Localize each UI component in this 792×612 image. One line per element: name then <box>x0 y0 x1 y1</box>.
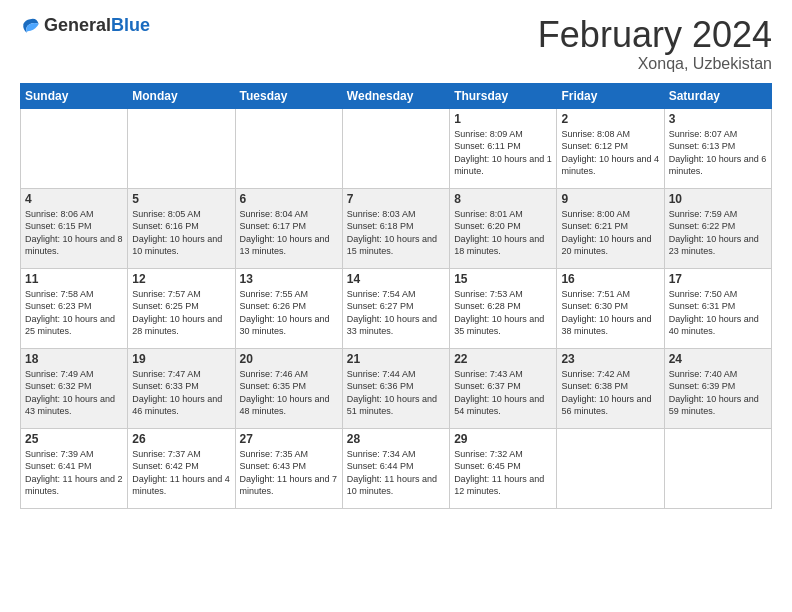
day-number: 16 <box>561 272 659 286</box>
table-row: 9Sunrise: 8:00 AM Sunset: 6:21 PM Daylig… <box>557 188 664 268</box>
col-wednesday: Wednesday <box>342 83 449 108</box>
day-number: 19 <box>132 352 230 366</box>
day-info: Sunrise: 7:53 AM Sunset: 6:28 PM Dayligh… <box>454 288 552 338</box>
day-info: Sunrise: 8:05 AM Sunset: 6:16 PM Dayligh… <box>132 208 230 258</box>
day-info: Sunrise: 7:57 AM Sunset: 6:25 PM Dayligh… <box>132 288 230 338</box>
table-row: 28Sunrise: 7:34 AM Sunset: 6:44 PM Dayli… <box>342 428 449 508</box>
day-info: Sunrise: 7:39 AM Sunset: 6:41 PM Dayligh… <box>25 448 123 498</box>
day-info: Sunrise: 8:03 AM Sunset: 6:18 PM Dayligh… <box>347 208 445 258</box>
table-row: 13Sunrise: 7:55 AM Sunset: 6:26 PM Dayli… <box>235 268 342 348</box>
table-row: 23Sunrise: 7:42 AM Sunset: 6:38 PM Dayli… <box>557 348 664 428</box>
day-info: Sunrise: 8:09 AM Sunset: 6:11 PM Dayligh… <box>454 128 552 178</box>
day-number: 4 <box>25 192 123 206</box>
day-info: Sunrise: 7:32 AM Sunset: 6:45 PM Dayligh… <box>454 448 552 498</box>
table-row: 24Sunrise: 7:40 AM Sunset: 6:39 PM Dayli… <box>664 348 771 428</box>
day-info: Sunrise: 7:37 AM Sunset: 6:42 PM Dayligh… <box>132 448 230 498</box>
day-number: 6 <box>240 192 338 206</box>
table-row: 20Sunrise: 7:46 AM Sunset: 6:35 PM Dayli… <box>235 348 342 428</box>
day-info: Sunrise: 8:04 AM Sunset: 6:17 PM Dayligh… <box>240 208 338 258</box>
logo-icon <box>20 16 40 36</box>
day-number: 1 <box>454 112 552 126</box>
day-info: Sunrise: 7:49 AM Sunset: 6:32 PM Dayligh… <box>25 368 123 418</box>
table-row: 6Sunrise: 8:04 AM Sunset: 6:17 PM Daylig… <box>235 188 342 268</box>
day-number: 2 <box>561 112 659 126</box>
day-info: Sunrise: 7:59 AM Sunset: 6:22 PM Dayligh… <box>669 208 767 258</box>
day-info: Sunrise: 8:08 AM Sunset: 6:12 PM Dayligh… <box>561 128 659 178</box>
day-number: 8 <box>454 192 552 206</box>
day-info: Sunrise: 8:00 AM Sunset: 6:21 PM Dayligh… <box>561 208 659 258</box>
table-row <box>342 108 449 188</box>
col-tuesday: Tuesday <box>235 83 342 108</box>
day-number: 21 <box>347 352 445 366</box>
page: GeneralBlue February 2024 Xonqa, Uzbekis… <box>0 0 792 519</box>
col-saturday: Saturday <box>664 83 771 108</box>
day-info: Sunrise: 7:54 AM Sunset: 6:27 PM Dayligh… <box>347 288 445 338</box>
day-info: Sunrise: 7:34 AM Sunset: 6:44 PM Dayligh… <box>347 448 445 498</box>
table-row: 26Sunrise: 7:37 AM Sunset: 6:42 PM Dayli… <box>128 428 235 508</box>
table-row <box>235 108 342 188</box>
calendar-table: Sunday Monday Tuesday Wednesday Thursday… <box>20 83 772 509</box>
logo: GeneralBlue <box>20 15 150 36</box>
day-info: Sunrise: 7:46 AM Sunset: 6:35 PM Dayligh… <box>240 368 338 418</box>
table-row: 17Sunrise: 7:50 AM Sunset: 6:31 PM Dayli… <box>664 268 771 348</box>
table-row: 7Sunrise: 8:03 AM Sunset: 6:18 PM Daylig… <box>342 188 449 268</box>
day-info: Sunrise: 7:51 AM Sunset: 6:30 PM Dayligh… <box>561 288 659 338</box>
header: GeneralBlue February 2024 Xonqa, Uzbekis… <box>20 15 772 73</box>
col-monday: Monday <box>128 83 235 108</box>
day-info: Sunrise: 7:47 AM Sunset: 6:33 PM Dayligh… <box>132 368 230 418</box>
day-info: Sunrise: 8:06 AM Sunset: 6:15 PM Dayligh… <box>25 208 123 258</box>
table-row: 3Sunrise: 8:07 AM Sunset: 6:13 PM Daylig… <box>664 108 771 188</box>
table-row: 1Sunrise: 8:09 AM Sunset: 6:11 PM Daylig… <box>450 108 557 188</box>
col-sunday: Sunday <box>21 83 128 108</box>
day-info: Sunrise: 7:50 AM Sunset: 6:31 PM Dayligh… <box>669 288 767 338</box>
table-row: 14Sunrise: 7:54 AM Sunset: 6:27 PM Dayli… <box>342 268 449 348</box>
day-number: 11 <box>25 272 123 286</box>
table-row <box>557 428 664 508</box>
logo-text-general: General <box>44 15 111 35</box>
calendar-week-row: 18Sunrise: 7:49 AM Sunset: 6:32 PM Dayli… <box>21 348 772 428</box>
day-info: Sunrise: 7:35 AM Sunset: 6:43 PM Dayligh… <box>240 448 338 498</box>
day-number: 15 <box>454 272 552 286</box>
day-number: 7 <box>347 192 445 206</box>
table-row <box>128 108 235 188</box>
calendar-week-row: 1Sunrise: 8:09 AM Sunset: 6:11 PM Daylig… <box>21 108 772 188</box>
table-row: 22Sunrise: 7:43 AM Sunset: 6:37 PM Dayli… <box>450 348 557 428</box>
day-info: Sunrise: 8:07 AM Sunset: 6:13 PM Dayligh… <box>669 128 767 178</box>
calendar-header-row: Sunday Monday Tuesday Wednesday Thursday… <box>21 83 772 108</box>
day-info: Sunrise: 7:55 AM Sunset: 6:26 PM Dayligh… <box>240 288 338 338</box>
calendar-week-row: 4Sunrise: 8:06 AM Sunset: 6:15 PM Daylig… <box>21 188 772 268</box>
table-row: 10Sunrise: 7:59 AM Sunset: 6:22 PM Dayli… <box>664 188 771 268</box>
table-row: 12Sunrise: 7:57 AM Sunset: 6:25 PM Dayli… <box>128 268 235 348</box>
day-number: 18 <box>25 352 123 366</box>
day-number: 10 <box>669 192 767 206</box>
table-row: 16Sunrise: 7:51 AM Sunset: 6:30 PM Dayli… <box>557 268 664 348</box>
day-info: Sunrise: 7:40 AM Sunset: 6:39 PM Dayligh… <box>669 368 767 418</box>
day-number: 27 <box>240 432 338 446</box>
table-row: 11Sunrise: 7:58 AM Sunset: 6:23 PM Dayli… <box>21 268 128 348</box>
day-number: 3 <box>669 112 767 126</box>
day-number: 17 <box>669 272 767 286</box>
table-row: 4Sunrise: 8:06 AM Sunset: 6:15 PM Daylig… <box>21 188 128 268</box>
day-number: 13 <box>240 272 338 286</box>
title-block: February 2024 Xonqa, Uzbekistan <box>538 15 772 73</box>
month-year-title: February 2024 <box>538 15 772 55</box>
day-number: 25 <box>25 432 123 446</box>
day-number: 28 <box>347 432 445 446</box>
table-row <box>21 108 128 188</box>
calendar-week-row: 11Sunrise: 7:58 AM Sunset: 6:23 PM Dayli… <box>21 268 772 348</box>
day-number: 29 <box>454 432 552 446</box>
day-number: 20 <box>240 352 338 366</box>
table-row: 5Sunrise: 8:05 AM Sunset: 6:16 PM Daylig… <box>128 188 235 268</box>
logo-text-blue: Blue <box>111 15 150 35</box>
col-thursday: Thursday <box>450 83 557 108</box>
calendar-week-row: 25Sunrise: 7:39 AM Sunset: 6:41 PM Dayli… <box>21 428 772 508</box>
table-row <box>664 428 771 508</box>
table-row: 15Sunrise: 7:53 AM Sunset: 6:28 PM Dayli… <box>450 268 557 348</box>
day-number: 22 <box>454 352 552 366</box>
day-number: 23 <box>561 352 659 366</box>
day-number: 26 <box>132 432 230 446</box>
day-number: 14 <box>347 272 445 286</box>
table-row: 2Sunrise: 8:08 AM Sunset: 6:12 PM Daylig… <box>557 108 664 188</box>
col-friday: Friday <box>557 83 664 108</box>
day-number: 5 <box>132 192 230 206</box>
